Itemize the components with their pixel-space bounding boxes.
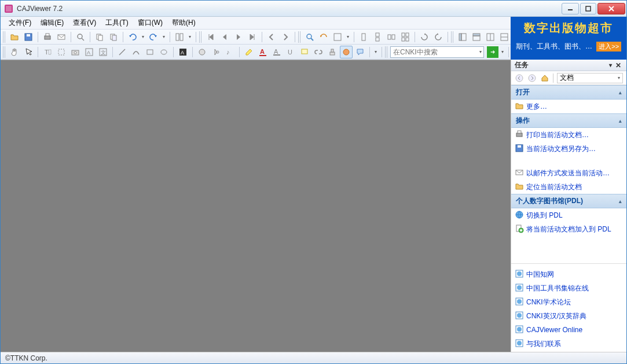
hand-icon[interactable] <box>8 46 21 58</box>
nav-back-icon[interactable] <box>515 73 524 83</box>
link-online[interactable]: CAJViewer Online <box>511 323 626 337</box>
nav-back-icon[interactable] <box>265 31 278 43</box>
menu-edit[interactable]: 编辑(E) <box>36 17 68 29</box>
area-select-icon[interactable] <box>55 46 68 58</box>
comment-icon[interactable] <box>354 46 366 58</box>
maximize-button[interactable] <box>580 3 596 14</box>
link-cnki[interactable]: 中国知网 <box>511 267 626 281</box>
line-icon[interactable] <box>116 46 129 58</box>
nav-home-icon[interactable] <box>540 73 549 83</box>
nav-fwd-icon[interactable] <box>279 31 292 43</box>
promo-banner[interactable]: 数字出版物超市 期刊、工具书、图书、… 进入>> <box>511 17 626 60</box>
section-ops-header[interactable]: 操作▴ <box>511 113 626 128</box>
annot-dropdown[interactable]: ▾ <box>373 49 379 54</box>
text-select-icon[interactable]: T <box>41 46 54 58</box>
copy2-icon[interactable] <box>107 31 120 43</box>
ops-saveas[interactable]: 当前活动文档另存为… <box>511 142 626 156</box>
link-icon[interactable] <box>312 46 325 58</box>
curve-icon[interactable] <box>130 46 142 58</box>
link-dict[interactable]: CNKI英汉/汉英辞典 <box>511 309 626 323</box>
layout-icon[interactable] <box>173 31 186 43</box>
zoom-dropdown[interactable]: ▾ <box>345 34 351 39</box>
last-page-icon[interactable] <box>246 31 259 43</box>
tool-a-icon[interactable] <box>196 46 208 58</box>
tool-b-icon[interactable] <box>210 46 222 58</box>
svg-text:U: U <box>288 49 292 56</box>
link-tools[interactable]: 中国工具书集锦在线 <box>511 281 626 295</box>
panel-2-icon[interactable] <box>470 31 483 43</box>
folder-open-icon <box>515 182 524 191</box>
snapshot-icon[interactable] <box>69 46 82 58</box>
save-icon[interactable] <box>22 31 35 43</box>
pdl-switch[interactable]: 切换到 PDL <box>511 208 626 222</box>
highlight-icon[interactable] <box>243 46 255 58</box>
ocr-full-icon[interactable]: A <box>177 46 189 58</box>
taskpane-pin-icon[interactable]: ▾ <box>607 62 614 68</box>
ops-print[interactable]: 打印当前活动文档… <box>511 128 626 142</box>
continuous-icon[interactable] <box>371 31 384 43</box>
copy-icon[interactable] <box>93 31 106 43</box>
print-icon[interactable] <box>41 31 54 43</box>
nav-fwd-icon[interactable] <box>527 73 537 83</box>
stamp-icon[interactable] <box>326 46 339 58</box>
menu-view[interactable]: 查看(V) <box>68 17 101 29</box>
tool-c-icon[interactable]: ♪ <box>223 46 236 58</box>
ops-locate[interactable]: 定位当前活动文档 <box>511 180 626 194</box>
rotate-ccw-icon[interactable] <box>432 31 445 43</box>
underline-icon[interactable]: A <box>270 46 283 58</box>
prev-page-icon[interactable] <box>218 31 231 43</box>
first-page-icon[interactable] <box>204 31 217 43</box>
svg-rect-16 <box>112 35 116 41</box>
facing-cont-icon[interactable] <box>399 31 412 43</box>
panel-1-icon[interactable] <box>456 31 469 43</box>
ocr-icon[interactable]: A <box>83 46 96 58</box>
pdl-add[interactable]: 将当前活动文档加入到 PDL <box>511 222 626 236</box>
search-go-button[interactable]: ➜ <box>487 46 498 58</box>
search-dropdown[interactable]: ▾ <box>478 49 483 54</box>
menu-help[interactable]: 帮助(H) <box>167 17 200 29</box>
close-button[interactable] <box>597 3 625 14</box>
pointer-icon[interactable] <box>22 46 35 58</box>
undo-icon[interactable] <box>126 31 139 43</box>
redo-dropdown[interactable]: ▾ <box>161 34 167 39</box>
ellipse-icon[interactable] <box>157 46 170 58</box>
knowledge-icon[interactable] <box>340 46 353 58</box>
note-icon[interactable] <box>298 46 311 58</box>
undo-dropdown[interactable]: ▾ <box>140 34 146 39</box>
go-dropdown[interactable]: ▾ <box>500 49 505 54</box>
banner-enter-button[interactable]: 进入>> <box>596 42 621 52</box>
link-contact[interactable]: 与我们联系 <box>511 337 626 351</box>
ops-mail[interactable]: 以邮件方式发送当前活动… <box>511 166 626 180</box>
minimize-button[interactable] <box>562 3 579 14</box>
zoom-icon[interactable] <box>303 31 316 43</box>
panel-3-icon[interactable] <box>484 31 497 43</box>
search-doc-icon[interactable] <box>74 31 87 43</box>
taskpane-close-icon[interactable]: ✕ <box>614 61 623 69</box>
rect-tool-icon[interactable] <box>144 46 156 58</box>
menu-file[interactable]: 文件(F) <box>4 17 36 29</box>
menu-tools[interactable]: 工具(T) <box>101 17 133 29</box>
rotate-cw-icon[interactable] <box>418 31 431 43</box>
redo-icon[interactable] <box>147 31 160 43</box>
link-forum[interactable]: CNKI学术论坛 <box>511 295 626 309</box>
text-color-icon[interactable]: A <box>256 46 269 58</box>
mail-icon[interactable] <box>55 31 68 43</box>
open-more[interactable]: 更多… <box>511 100 626 113</box>
panel-4-icon[interactable] <box>498 31 511 43</box>
svg-rect-30 <box>406 38 409 41</box>
ocr2-icon[interactable]: 文 <box>97 46 109 58</box>
doc-selector-dropdown[interactable]: ▾ <box>618 75 620 80</box>
facing-icon[interactable] <box>385 31 398 43</box>
layout-dropdown[interactable]: ▾ <box>187 34 193 39</box>
strike-icon[interactable]: U <box>284 46 297 58</box>
svg-rect-71 <box>518 145 521 148</box>
single-page-icon[interactable] <box>357 31 370 43</box>
menu-window[interactable]: 窗口(W) <box>133 17 167 29</box>
next-page-icon[interactable] <box>232 31 245 43</box>
section-pdl-header[interactable]: 个人数字图书馆(PDL)▴ <box>511 194 626 208</box>
zoom-out-icon[interactable] <box>317 31 330 43</box>
open-icon[interactable] <box>8 31 21 43</box>
zoom-fit-icon[interactable] <box>331 31 344 43</box>
section-open-header[interactable]: 打开▴ <box>511 85 626 100</box>
search-input[interactable] <box>391 47 478 57</box>
